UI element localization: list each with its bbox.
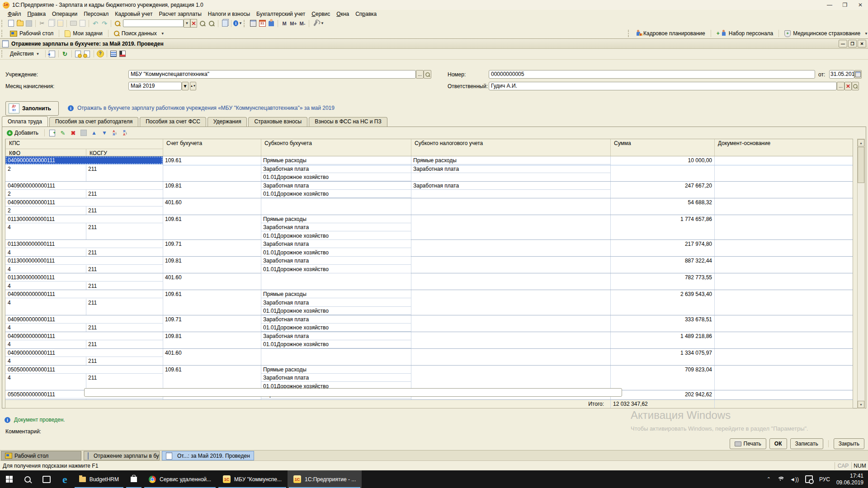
search-clear-icon[interactable]: ✕ <box>190 19 197 28</box>
tray-expand-icon[interactable]: ⌃ <box>767 476 771 482</box>
tab-Пособия за счет ФСС[interactable]: Пособия за счет ФСС <box>140 117 206 127</box>
fill-document-icon[interactable] <box>74 50 83 58</box>
hr-planning-button[interactable]: Кадровое планирование <box>633 30 709 37</box>
memory-m-icon[interactable]: M <box>280 19 289 28</box>
table-row[interactable]: 01130000000001114211109.61Прямые расходы… <box>5 215 853 240</box>
menu-item-Расчет зарплаты[interactable]: Расчет зарплаты <box>156 10 204 18</box>
comment-input[interactable] <box>84 388 622 397</box>
menu-item-Сервис[interactable]: Сервис <box>308 10 333 18</box>
number-input[interactable]: 00000000005 <box>489 70 815 79</box>
zoom-out-icon[interactable] <box>207 19 216 28</box>
month-dropdown-icon[interactable]: ▼ <box>182 82 189 90</box>
my-tasks-button[interactable]: Мои задачи <box>61 30 106 38</box>
menu-item-Справка[interactable]: Справка <box>352 10 380 18</box>
edit-row-icon[interactable]: ✎ <box>58 129 67 137</box>
service-wrench-icon[interactable] <box>311 19 320 28</box>
new-document-icon[interactable] <box>6 19 15 28</box>
desktop-panel-button[interactable]: Рабочий стол <box>6 30 57 37</box>
cut-icon[interactable]: ✂ <box>38 19 47 28</box>
responsible-input[interactable]: Гудич А.И. <box>489 82 837 90</box>
wifi-icon[interactable] <box>777 477 783 482</box>
user-lock-icon[interactable] <box>267 19 276 28</box>
memory-m-minus-icon[interactable]: M- <box>298 19 307 28</box>
store-button[interactable] <box>125 470 143 488</box>
tab-Удержания[interactable]: Удержания <box>208 117 247 127</box>
info-icon[interactable]: i▼ <box>233 19 242 28</box>
table-row[interactable]: 04090000000001112211109.61Прямые расходы… <box>5 156 853 182</box>
1c-window-1-taskbar-item[interactable]: 1С МБУ "Коммунспе... <box>217 470 288 488</box>
post-document-icon[interactable] <box>47 50 57 58</box>
table-row[interactable]: 04090000000001114211109.81Заработная пла… <box>5 332 853 349</box>
add-row-button[interactable]: + Добавить <box>4 130 41 136</box>
fill-settings-icon[interactable] <box>83 50 92 58</box>
menu-item-Правка[interactable]: Правка <box>24 10 49 18</box>
language-indicator[interactable]: РУС <box>819 476 830 483</box>
global-search-input[interactable] <box>123 19 184 27</box>
date-input[interactable]: 31.05.2019 <box>829 70 854 79</box>
save-button[interactable]: Записать <box>790 438 823 449</box>
table-row[interactable]: 04090000000001114211109.61Прямые расходы… <box>5 290 853 315</box>
actions-menu-button[interactable]: Действия ▼ <box>6 49 43 58</box>
window-minimize-button[interactable]: — <box>822 0 837 10</box>
window-tab-1[interactable]: Отражение зарплаты в бух... <box>84 451 160 460</box>
help-icon[interactable]: ? <box>96 50 105 58</box>
menu-item-Файл[interactable]: Файл <box>5 10 24 18</box>
budgethrm-taskbar-item[interactable]: BudgetHRM <box>73 470 125 488</box>
month-spinner[interactable]: ▲▼ <box>190 82 196 90</box>
doc-restore-button[interactable]: ❐ <box>848 40 857 47</box>
data-search-button[interactable]: Поиск данных <box>110 30 160 37</box>
open-icon[interactable] <box>15 19 24 28</box>
month-input[interactable]: Май 2019 <box>128 82 182 90</box>
ok-button[interactable]: ОК <box>769 438 787 449</box>
scroll-down-icon[interactable]: ▼ <box>858 401 864 408</box>
sort-desc-icon[interactable]: ЯА↓ <box>121 129 130 137</box>
move-up-icon[interactable]: ▲ <box>90 129 99 137</box>
print-icon[interactable] <box>69 19 78 28</box>
table-row[interactable]: 05050000000001114211109.61Прямые расходы… <box>5 366 853 391</box>
taskbar-search-button[interactable] <box>19 470 37 488</box>
tab-Страховые взносы[interactable]: Страховые взносы <box>248 117 307 127</box>
table-scrollbar[interactable]: ▲ ▼ <box>857 139 865 408</box>
global-search-box[interactable]: ▼ ✕ <box>123 19 197 28</box>
window-restore-button[interactable]: ❐ <box>837 0 853 10</box>
move-down-icon[interactable]: ▼ <box>100 129 109 137</box>
menu-item-Налоги и взносы[interactable]: Налоги и взносы <box>205 10 253 18</box>
table-row[interactable]: 01130000000001114211109.71Заработная пла… <box>5 240 853 257</box>
windows-list-icon[interactable] <box>220 19 229 28</box>
calendar-icon[interactable]: 31 <box>258 19 267 28</box>
end-edit-icon[interactable] <box>79 129 88 137</box>
paste-icon[interactable] <box>56 19 65 28</box>
menu-item-Бухгалтерский учет[interactable]: Бухгалтерский учет <box>253 10 308 18</box>
1c-window-2-taskbar-item[interactable]: 1С 1С:Предприятие - ... <box>288 470 362 488</box>
responsible-clear-icon[interactable]: ✕ <box>844 82 852 90</box>
fill-button[interactable]: ДтКт Заполнить <box>5 101 59 116</box>
institution-open-icon[interactable] <box>424 70 431 79</box>
doc-close-button[interactable]: ✕ <box>858 40 866 47</box>
tab-Пособия за счет работодателя[interactable]: Пособия за счет работодателя <box>49 117 138 127</box>
list-settings-icon[interactable] <box>109 50 118 58</box>
print-preview-icon[interactable] <box>78 19 87 28</box>
menu-item-Персонал[interactable]: Персонал <box>80 10 112 18</box>
sort-asc-icon[interactable]: АЯ↓ <box>110 129 119 137</box>
table-row[interactable]: 04090000000001114211109.71Заработная пла… <box>5 315 853 332</box>
undo-icon[interactable]: ↶ <box>91 19 100 28</box>
scroll-thumb[interactable] <box>858 147 864 183</box>
panel-dropdown-icon[interactable]: ▼ <box>864 32 868 36</box>
tab-Оплата труда[interactable]: Оплата труда <box>2 116 48 127</box>
close-button[interactable]: Закрыть <box>834 438 864 449</box>
recruiting-button[interactable]: + Набор персонала <box>713 30 777 37</box>
calculator-icon[interactable] <box>249 19 258 28</box>
responsible-select-button[interactable]: ... <box>837 82 844 90</box>
volume-icon[interactable]: ◄)) <box>790 476 799 483</box>
search-dropdown-icon[interactable]: ▼ <box>184 19 190 28</box>
redo-icon[interactable]: ↷ <box>100 19 109 28</box>
table-row[interactable]: 04090000000001114211401.601 334 075,97 <box>5 349 853 366</box>
tab-Взносы в ФСС на НС и ПЗ[interactable]: Взносы в ФСС на НС и ПЗ <box>309 117 387 127</box>
responsible-open-icon[interactable] <box>852 82 859 90</box>
service-dropdown-icon[interactable]: ▼ <box>321 21 324 25</box>
table-row[interactable]: 04090000000001112211109.81Заработная пла… <box>5 182 853 198</box>
print-button[interactable]: Печать <box>730 438 766 449</box>
refresh-icon[interactable]: ↻ <box>61 50 70 58</box>
table-row[interactable]: 01130000000001114211401.60782 773,55 <box>5 273 853 290</box>
form-settings-icon[interactable] <box>118 50 127 58</box>
